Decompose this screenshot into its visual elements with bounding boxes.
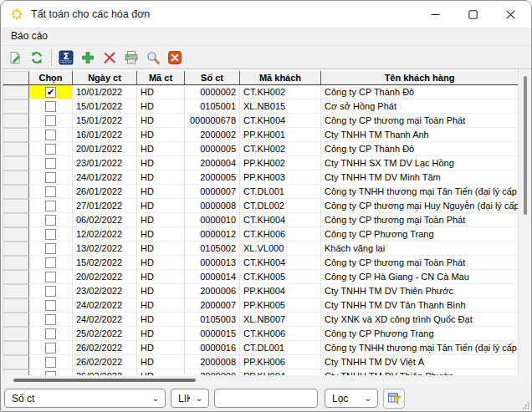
row-indicator[interactable] bbox=[3, 355, 29, 369]
ma-ct-cell[interactable]: HD bbox=[137, 156, 185, 170]
ma-ct-cell[interactable]: HD bbox=[137, 313, 185, 327]
so-ct-cell[interactable]: 2000009 bbox=[185, 369, 240, 375]
select-cell[interactable] bbox=[29, 369, 73, 375]
so-ct-cell[interactable]: 0000016 bbox=[185, 341, 240, 355]
ngay-ct-cell[interactable]: 15/01/2022 bbox=[73, 99, 137, 114]
ma-ct-cell[interactable]: HD bbox=[137, 213, 185, 227]
row-indicator[interactable] bbox=[3, 369, 29, 375]
row-checkbox[interactable] bbox=[45, 158, 56, 169]
row-indicator[interactable] bbox=[3, 156, 29, 170]
row-indicator[interactable] bbox=[3, 170, 29, 185]
vertical-scrollbar[interactable] bbox=[518, 69, 531, 375]
resize-grip[interactable] bbox=[522, 402, 529, 409]
header-ma-khach[interactable]: Mã khách bbox=[240, 71, 321, 85]
ma-ct-cell[interactable]: HD bbox=[137, 114, 185, 128]
select-cell[interactable] bbox=[29, 355, 73, 369]
ten-khach-cell[interactable]: Công ty CP thương mại Toàn Phát bbox=[321, 256, 518, 270]
ma-ct-cell[interactable]: HD bbox=[137, 355, 185, 369]
select-cell[interactable] bbox=[29, 99, 73, 114]
add-button[interactable] bbox=[78, 48, 98, 68]
ma-ct-cell[interactable]: HD bbox=[137, 369, 185, 375]
ngay-ct-cell[interactable]: 20/01/2022 bbox=[73, 142, 137, 156]
filter-operator-select[interactable]: LIKE ⌄ bbox=[171, 389, 209, 408]
ngay-ct-cell[interactable]: 12/02/2022 bbox=[73, 227, 137, 242]
so-ct-cell[interactable]: 2000004 bbox=[185, 156, 240, 170]
ma-khach-cell[interactable]: XL.VL000 bbox=[240, 242, 321, 256]
ten-khach-cell[interactable]: Cty TNHH SX TM DV Lạc Hồng bbox=[321, 156, 518, 170]
ten-khach-cell[interactable]: Cty TNHH TM DV Việt Á bbox=[321, 355, 518, 369]
delete-button[interactable] bbox=[100, 48, 120, 68]
so-ct-cell[interactable]: 0000010 bbox=[185, 213, 240, 227]
select-cell[interactable]: ✔ bbox=[29, 85, 73, 99]
ten-khach-cell[interactable]: Cty TNHH TM Thanh Anh bbox=[321, 128, 518, 142]
ten-khach-cell[interactable]: Công ty CP Phương Trang bbox=[321, 327, 518, 341]
header-ngay-ct[interactable]: Ngày ct bbox=[73, 71, 137, 85]
row-checkbox[interactable] bbox=[45, 186, 56, 197]
ngay-ct-cell[interactable]: 06/02/2022 bbox=[73, 213, 137, 227]
row-indicator[interactable] bbox=[3, 114, 29, 128]
row-checkbox[interactable]: ✔ bbox=[45, 87, 56, 98]
select-cell[interactable] bbox=[29, 114, 73, 128]
row-indicator[interactable] bbox=[3, 227, 29, 242]
row-indicator[interactable] bbox=[3, 256, 29, 270]
row-indicator[interactable] bbox=[3, 142, 29, 156]
ma-ct-cell[interactable]: HD bbox=[137, 256, 185, 270]
ma-ct-cell[interactable]: HD bbox=[137, 227, 185, 242]
select-cell[interactable] bbox=[29, 242, 73, 256]
so-ct-cell[interactable]: 0000015 bbox=[185, 327, 240, 341]
ngay-ct-cell[interactable]: 24/02/2022 bbox=[73, 298, 137, 313]
maximize-button[interactable] bbox=[454, 1, 492, 28]
ma-khach-cell[interactable]: XL.NB007 bbox=[240, 313, 321, 327]
ma-khach-cell[interactable]: PP.KH005 bbox=[240, 298, 321, 313]
ma-ct-cell[interactable]: HD bbox=[137, 341, 185, 355]
select-cell[interactable] bbox=[29, 199, 73, 213]
ten-khach-cell[interactable]: Công ty CP thương mại Toàn Phát bbox=[321, 114, 518, 128]
horizontal-scrollbar[interactable] bbox=[1, 375, 531, 385]
ngay-ct-cell[interactable]: 13/02/2022 bbox=[73, 242, 137, 256]
ten-khach-cell[interactable]: Công ty CP thương mại Toàn Phát bbox=[321, 213, 518, 227]
so-ct-cell[interactable]: 0000008 bbox=[185, 199, 240, 213]
filter-action-select[interactable]: Lọc ⌄ bbox=[325, 389, 378, 408]
vertical-scrollbar-thumb[interactable] bbox=[524, 76, 527, 215]
row-checkbox[interactable] bbox=[45, 314, 56, 325]
ma-khach-cell[interactable]: PP.KH003 bbox=[240, 170, 321, 185]
ma-ct-cell[interactable]: HD bbox=[137, 142, 185, 156]
so-ct-cell[interactable]: 0000002 bbox=[185, 85, 240, 99]
row-indicator[interactable] bbox=[3, 85, 29, 99]
row-indicator[interactable] bbox=[3, 313, 29, 327]
ma-khach-cell[interactable]: CT.KH004 bbox=[240, 114, 321, 128]
ten-khach-cell[interactable]: Cty TNHH TM DV Thiên Phước bbox=[321, 284, 518, 298]
row-checkbox[interactable] bbox=[45, 272, 56, 282]
ten-khach-cell[interactable]: Công ty CP Thành Đô bbox=[321, 85, 518, 99]
filter-value-input[interactable] bbox=[214, 389, 318, 408]
select-cell[interactable] bbox=[29, 128, 73, 142]
ngay-ct-cell[interactable]: 25/02/2022 bbox=[73, 327, 137, 341]
ma-khach-cell[interactable]: PP.KH004 bbox=[240, 284, 321, 298]
so-ct-cell[interactable]: 2000006 bbox=[185, 284, 240, 298]
ngay-ct-cell[interactable]: 26/01/2022 bbox=[73, 185, 137, 199]
ma-ct-cell[interactable]: HD bbox=[137, 298, 185, 313]
so-ct-cell[interactable]: 0105002 bbox=[185, 242, 240, 256]
so-ct-cell[interactable]: 0000005 bbox=[185, 142, 240, 156]
ma-ct-cell[interactable]: HD bbox=[137, 85, 185, 99]
ma-ct-cell[interactable]: HD bbox=[137, 327, 185, 341]
row-indicator[interactable] bbox=[3, 327, 29, 341]
ngay-ct-cell[interactable]: 20/02/2022 bbox=[73, 270, 137, 284]
ma-ct-cell[interactable]: HD bbox=[137, 270, 185, 284]
so-ct-cell[interactable]: 0000012 bbox=[185, 227, 240, 242]
so-ct-cell[interactable]: 2000008 bbox=[185, 355, 240, 369]
horizontal-scrollbar-thumb[interactable] bbox=[13, 379, 196, 382]
edit-button[interactable] bbox=[5, 48, 25, 68]
ma-ct-cell[interactable]: HD bbox=[137, 99, 185, 114]
row-indicator[interactable] bbox=[3, 199, 29, 213]
select-cell[interactable] bbox=[29, 142, 73, 156]
ten-khach-cell[interactable]: Công ty CP Hà Giang - CN Cà Mau bbox=[321, 270, 518, 284]
ma-khach-cell[interactable]: CT.KH004 bbox=[240, 256, 321, 270]
ma-ct-cell[interactable]: HD bbox=[137, 170, 185, 185]
row-checkbox[interactable] bbox=[45, 343, 56, 354]
ten-khach-cell[interactable]: Công ty CP Thành Đô bbox=[321, 142, 518, 156]
ma-ct-cell[interactable]: HD bbox=[137, 242, 185, 256]
ten-khach-cell[interactable]: Cty TNHH TM DV Tân Thanh Bình bbox=[321, 298, 518, 313]
so-ct-cell[interactable]: 0105003 bbox=[185, 313, 240, 327]
ten-khach-cell[interactable]: Công ty CP thương mại Huy Nguyễn (đại lý… bbox=[321, 199, 518, 213]
